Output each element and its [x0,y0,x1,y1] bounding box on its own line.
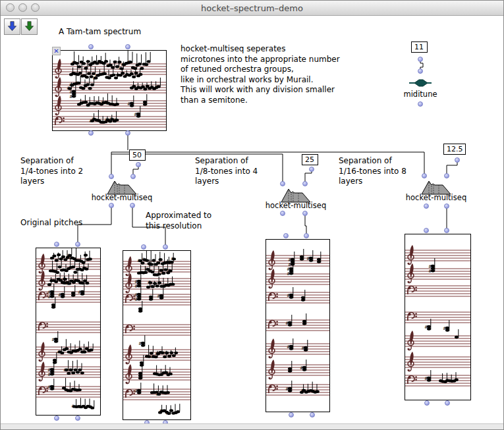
connection-port[interactable] [444,228,449,233]
svg-text:#: # [285,387,289,392]
svg-text:#: # [105,101,108,106]
svg-text:#: # [87,257,90,262]
svg-text:#: # [161,408,165,414]
svg-text:#: # [63,367,67,373]
svg-text:#: # [98,60,101,65]
comment-separation-quarter: Separation of 1/4-tones into 2 layers [20,156,83,187]
window-minimize-button[interactable] [18,3,27,12]
svg-text:#: # [138,341,142,346]
number-box-11[interactable]: 11 [411,41,428,53]
window-close-button[interactable] [6,3,14,12]
score-box-original-pitches[interactable]: ####################### [36,248,101,416]
connection-port[interactable] [125,130,130,136]
number-box-25[interactable]: 25 [302,154,318,165]
svg-text:#: # [443,326,447,331]
svg-text:#: # [121,62,124,67]
svg-text:#: # [306,256,310,261]
connection-port[interactable] [304,233,309,238]
connection-port[interactable] [54,416,59,421]
connection-port[interactable] [130,174,136,179]
connection-port[interactable] [310,412,315,417]
connection-port[interactable] [141,244,146,250]
svg-text:#: # [109,117,113,122]
svg-text:#: # [137,258,140,263]
score-notation: ##### [405,234,470,400]
spectrum-score-box[interactable]: ✕ ########################### [52,50,167,131]
connection-port[interactable] [309,167,314,172]
connection-port[interactable] [163,244,168,250]
title-bar[interactable]: hocket–spectrum–demo [1,1,503,16]
window-zoom-button[interactable] [31,3,40,12]
connection-port[interactable] [445,400,450,406]
hocket-multiseq-node-3[interactable] [421,179,451,198]
connection-port[interactable] [455,157,460,163]
connection-port[interactable] [418,57,423,62]
connection-port[interactable] [444,173,449,178]
connection-port[interactable] [418,101,423,107]
hocket-multiseq-icon [281,187,311,203]
svg-text:#: # [88,348,92,353]
connection-port[interactable] [75,242,80,247]
miditune-label: miditune [381,90,460,99]
svg-text:#: # [127,59,130,65]
connection-port[interactable] [54,242,59,247]
svg-text:#: # [91,117,94,122]
connection-port[interactable] [424,203,429,209]
svg-text:#: # [107,63,111,68]
connection-port[interactable] [109,203,114,208]
connection-port[interactable] [422,173,427,178]
number-box-12-5[interactable]: 12.5 [443,144,466,155]
svg-text:#: # [314,389,318,394]
svg-text:#: # [159,350,163,356]
connection-port[interactable] [444,203,449,209]
svg-text:#: # [57,350,60,355]
connection-port[interactable] [283,233,289,238]
hocket-multiseq-icon [107,179,137,195]
hocket-multiseq-node-1[interactable] [107,179,137,198]
svg-text:#: # [76,80,79,86]
window-title: hocket–spectrum–demo [201,3,303,13]
window-bottom-bar [1,423,503,429]
connection-port[interactable] [75,416,80,421]
comment-separation-eighth: Separation of 1/8-tones into 4 layers [195,156,258,187]
svg-text:#: # [101,71,105,76]
svg-text:#: # [155,392,159,397]
svg-text:#: # [134,297,138,302]
miditune-node[interactable] [406,78,434,91]
connection-port[interactable] [280,181,285,186]
svg-text:#: # [300,388,304,393]
score-box-approximated[interactable]: ################################ [123,250,191,420]
number-box-50[interactable]: 50 [129,149,146,161]
score-notation: ################################ [123,251,190,419]
svg-text:#: # [68,367,71,373]
connection-port[interactable] [424,228,429,233]
svg-text:#: # [69,94,73,99]
score-box-sixteenth-tones[interactable]: ##### [405,234,471,400]
connection-port[interactable] [289,412,294,417]
hocket-multiseq-node-2[interactable] [281,187,311,205]
eval-down-blue-button[interactable] [4,18,20,35]
svg-text:#: # [287,293,291,298]
eval-down-green-button[interactable] [21,18,38,35]
svg-text:#: # [301,346,305,351]
svg-text:#: # [155,351,158,356]
connection-port[interactable] [280,211,285,216]
svg-text:#: # [134,389,138,394]
connection-port[interactable] [302,211,308,216]
connection-port[interactable] [418,68,423,74]
svg-text:#: # [69,82,72,88]
connection-port[interactable] [424,400,430,406]
svg-text:#: # [287,271,291,277]
svg-text:#: # [171,256,174,261]
connection-port[interactable] [130,203,135,208]
connection-port[interactable] [302,181,308,186]
comment-original-pitches: Original pitches [20,218,82,228]
close-icon[interactable]: ✕ [52,47,61,55]
svg-text:#: # [142,257,145,262]
connection-port[interactable] [136,162,141,167]
connection-port[interactable] [88,44,94,49]
connection-port[interactable] [125,44,130,49]
score-box-eighth-tones[interactable]: ############# [266,239,330,412]
connection-port[interactable] [88,130,94,136]
connection-port[interactable] [109,174,114,179]
